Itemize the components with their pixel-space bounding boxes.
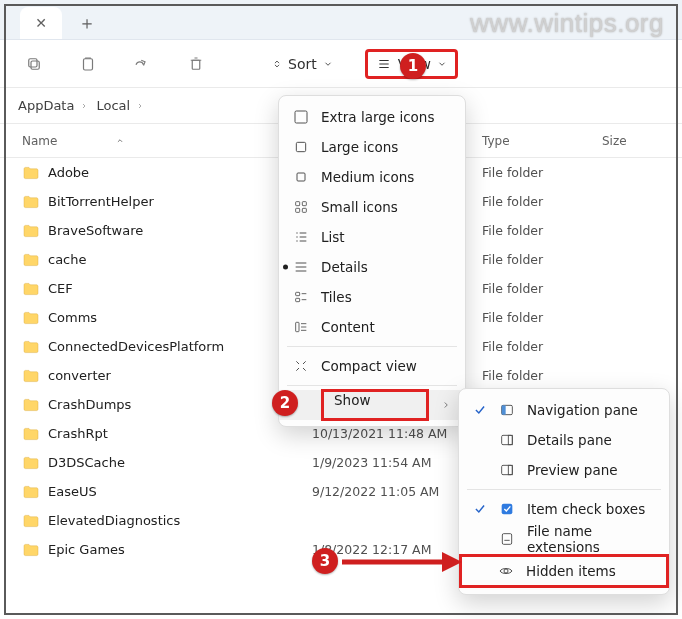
menu-label: Extra large icons xyxy=(321,109,451,125)
active-tab[interactable]: ✕ xyxy=(20,7,62,39)
date-cell: 9/12/2022 11:05 AM xyxy=(312,484,482,499)
view-menu-tiles[interactable]: Tiles xyxy=(279,282,465,312)
delete-button[interactable] xyxy=(180,48,212,80)
submenu-label: Hidden items xyxy=(526,563,616,579)
show-submenu: Navigation paneDetails panePreview paneI… xyxy=(458,388,670,595)
svg-rect-7 xyxy=(296,202,300,206)
svg-rect-16 xyxy=(502,435,513,444)
checkboxes-icon xyxy=(499,501,515,517)
preview-pane-icon xyxy=(499,462,515,478)
show-menu-extensions[interactable]: File name extensions xyxy=(459,524,669,554)
folder-name: D3DSCache xyxy=(48,455,125,470)
folder-name: Adobe xyxy=(48,165,89,180)
show-menu-nav-pane[interactable]: Navigation pane xyxy=(459,395,669,425)
paste-button[interactable] xyxy=(72,48,104,80)
svg-rect-5 xyxy=(296,142,305,151)
type-cell: File folder xyxy=(482,281,602,296)
type-cell: File folder xyxy=(482,223,602,238)
show-menu-preview-pane[interactable]: Preview pane xyxy=(459,455,669,485)
nav-pane-icon xyxy=(499,402,515,418)
view-menu-compact[interactable]: Compact view xyxy=(279,351,465,381)
view-menu-sm-icons[interactable]: Small icons xyxy=(279,192,465,222)
breadcrumb-label: Local xyxy=(96,98,130,113)
content-icon xyxy=(293,319,309,335)
menu-label: Tiles xyxy=(321,289,451,305)
show-menu-details-pane[interactable]: Details pane xyxy=(459,425,669,455)
svg-rect-13 xyxy=(296,322,299,331)
breadcrumb-segment[interactable]: Local xyxy=(92,98,148,113)
submenu-label: Preview pane xyxy=(527,462,618,478)
view-menu-lg-icons[interactable]: Large icons xyxy=(279,132,465,162)
sort-label: Sort xyxy=(288,56,317,72)
breadcrumb-label: AppData xyxy=(18,98,74,113)
folder-name: BraveSoftware xyxy=(48,223,143,238)
toolbar: Sort View xyxy=(0,40,682,88)
type-cell: File folder xyxy=(482,165,602,180)
folder-name: converter xyxy=(48,368,111,383)
menu-label: Large icons xyxy=(321,139,451,155)
svg-rect-1 xyxy=(29,58,37,66)
svg-rect-15 xyxy=(502,405,506,414)
check-icon xyxy=(473,532,487,546)
check-icon xyxy=(472,564,486,578)
callout-1: 1 xyxy=(400,53,426,79)
view-menu-md-icons[interactable]: Medium icons xyxy=(279,162,465,192)
svg-rect-2 xyxy=(84,58,93,69)
svg-rect-3 xyxy=(192,60,200,69)
new-tab-button[interactable]: ＋ xyxy=(66,7,108,39)
tiles-icon xyxy=(293,289,309,305)
show-menu-hidden[interactable]: Hidden items xyxy=(459,554,669,588)
svg-rect-21 xyxy=(502,534,511,545)
svg-rect-19 xyxy=(508,465,512,474)
view-menu: Extra large iconsLarge iconsMedium icons… xyxy=(278,95,466,427)
folder-name: CrashDumps xyxy=(48,397,131,412)
type-cell: File folder xyxy=(482,368,602,383)
svg-point-22 xyxy=(504,569,508,573)
xl-icons-icon xyxy=(293,109,309,125)
check-icon xyxy=(473,433,487,447)
list-icon xyxy=(293,229,309,245)
column-name[interactable]: Name xyxy=(22,134,312,148)
share-button[interactable] xyxy=(126,48,158,80)
breadcrumb-segment[interactable]: AppData xyxy=(14,98,92,113)
menu-label: Details xyxy=(321,259,451,275)
svg-rect-17 xyxy=(508,435,512,444)
menu-separator xyxy=(467,489,661,490)
details-icon xyxy=(293,259,309,275)
menu-label: Small icons xyxy=(321,199,451,215)
column-name-label: Name xyxy=(22,134,57,148)
sm-icons-icon xyxy=(293,199,309,215)
svg-rect-10 xyxy=(302,208,306,212)
view-menu-content[interactable]: Content xyxy=(279,312,465,342)
submenu-label: Details pane xyxy=(527,432,612,448)
view-menu-list[interactable]: List xyxy=(279,222,465,252)
view-menu-xl-icons[interactable]: Extra large icons xyxy=(279,102,465,132)
column-size[interactable]: Size xyxy=(602,134,660,148)
folder-name: EaseUS xyxy=(48,484,97,499)
menu-separator xyxy=(287,346,457,347)
column-type[interactable]: Type xyxy=(482,134,602,148)
svg-rect-18 xyxy=(502,465,513,474)
copy-button[interactable] xyxy=(18,48,50,80)
sort-button[interactable]: Sort xyxy=(262,51,343,77)
menu-label: Compact view xyxy=(321,358,451,374)
folder-name: Epic Games xyxy=(48,542,125,557)
red-arrow xyxy=(342,549,462,575)
close-tab-icon[interactable]: ✕ xyxy=(35,15,47,31)
svg-rect-20 xyxy=(502,504,513,515)
folder-name: cache xyxy=(48,252,87,267)
folder-name: CrashRpt xyxy=(48,426,108,441)
view-menu-show[interactable]: Show xyxy=(279,390,465,420)
menu-label: Show xyxy=(321,389,429,421)
callout-3: 3 xyxy=(312,548,338,574)
submenu-label: File name extensions xyxy=(527,523,655,555)
svg-rect-11 xyxy=(296,292,300,295)
type-cell: File folder xyxy=(482,252,602,267)
show-menu-checkboxes[interactable]: Item check boxes xyxy=(459,494,669,524)
folder-name: CEF xyxy=(48,281,73,296)
view-menu-details[interactable]: Details xyxy=(279,252,465,282)
md-icons-icon xyxy=(293,169,309,185)
folder-name: BitTorrentHelper xyxy=(48,194,154,209)
folder-name: ElevatedDiagnostics xyxy=(48,513,180,528)
svg-marker-24 xyxy=(442,552,462,572)
